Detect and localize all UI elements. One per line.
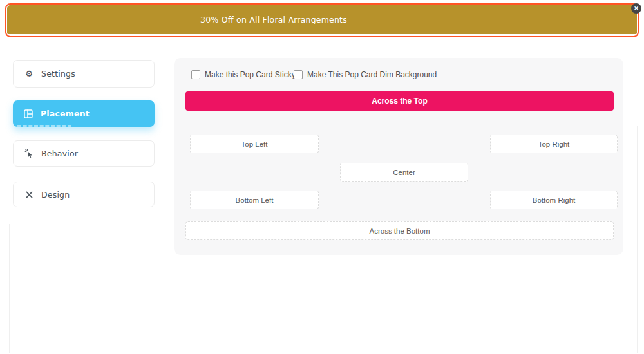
sidebar: ⚙ Settings Placement Behavior [13, 60, 155, 209]
sidebar-item-placement[interactable]: Placement [13, 100, 155, 127]
design-tools-icon [24, 189, 34, 200]
position-button-across-bottom[interactable]: Across the Bottom [185, 221, 614, 240]
dim-background-checkbox-group: Make This Pop Card Dim Background [294, 70, 437, 79]
gear-icon: ⚙ [24, 69, 34, 79]
sticky-checkbox-label: Make this Pop Card Sticky [205, 70, 296, 79]
pop-card-banner-text: 30% Off on All Floral Arrangements [7, 5, 637, 34]
sidebar-item-behavior[interactable]: Behavior [13, 140, 155, 167]
layout-grid-icon [23, 109, 33, 119]
sidebar-item-label: Placement [41, 109, 90, 118]
sticky-checkbox[interactable] [191, 70, 200, 79]
sticky-checkbox-group: Make this Pop Card Sticky [191, 70, 296, 79]
banner-close-button[interactable]: ✕ [631, 3, 641, 14]
sidebar-item-label: Design [41, 190, 70, 200]
page-edge-line-right [637, 126, 638, 353]
pop-card-banner[interactable]: 30% Off on All Floral Arrangements [7, 5, 637, 34]
sidebar-item-label: Settings [41, 69, 75, 79]
position-button-bottom-right[interactable]: Bottom Right [490, 191, 618, 209]
position-button-top-right[interactable]: Top Right [490, 135, 618, 153]
pop-card-selection-outline: 30% Off on All Floral Arrangements [5, 3, 639, 37]
cursor-click-icon [24, 149, 34, 159]
dim-background-checkbox[interactable] [294, 70, 303, 79]
position-button-across-top[interactable]: Across the Top [185, 91, 614, 111]
dim-background-checkbox-label: Make This Pop Card Dim Background [307, 70, 437, 79]
page-edge-line-left [9, 224, 10, 353]
close-icon: ✕ [634, 5, 639, 12]
sidebar-item-design[interactable]: Design [13, 182, 155, 207]
sidebar-item-settings[interactable]: ⚙ Settings [13, 60, 155, 88]
position-button-center[interactable]: Center [340, 163, 468, 182]
position-button-top-left[interactable]: Top Left [190, 135, 319, 153]
position-button-bottom-left[interactable]: Bottom Left [190, 191, 319, 209]
placement-panel: Make this Pop Card Sticky Make This Pop … [174, 58, 623, 255]
sidebar-item-label: Behavior [41, 149, 78, 158]
active-item-dashed-underline [17, 125, 71, 127]
